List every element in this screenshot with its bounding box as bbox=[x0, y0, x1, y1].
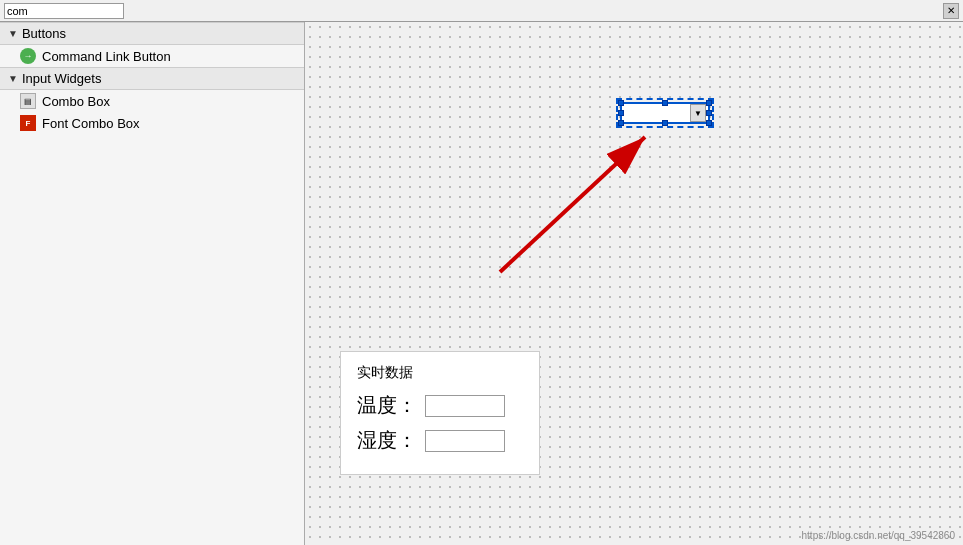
font-combo-box-icon: F bbox=[20, 115, 36, 131]
canvas-combobox-widget[interactable]: ▼ bbox=[620, 102, 710, 124]
buttons-category-label: Buttons bbox=[22, 26, 66, 41]
command-link-icon bbox=[20, 48, 36, 64]
humidity-row: 湿度： bbox=[357, 427, 523, 454]
temperature-label: 温度： bbox=[357, 392, 417, 419]
canvas-area: ▼ 实时数据 温度： 湿度： https://blo bbox=[305, 22, 963, 545]
humidity-label: 湿度： bbox=[357, 427, 417, 454]
humidity-input[interactable] bbox=[425, 430, 505, 452]
canvas-combobox-dropdown-arrow[interactable]: ▼ bbox=[690, 104, 706, 122]
font-combo-box-label: Font Combo Box bbox=[42, 116, 140, 131]
data-panel: 实时数据 温度： 湿度： bbox=[340, 351, 540, 475]
command-link-label: Command Link Button bbox=[42, 49, 171, 64]
handle-bottom-mid bbox=[662, 120, 668, 126]
svg-line-1 bbox=[500, 137, 645, 272]
close-button[interactable]: ✕ bbox=[943, 3, 959, 19]
list-item-command-link-button[interactable]: Command Link Button bbox=[0, 45, 304, 67]
handle-bottom-right bbox=[706, 120, 712, 126]
main-layout: ▼ Buttons Command Link Button ▼ Input Wi… bbox=[0, 22, 963, 545]
combo-box-label: Combo Box bbox=[42, 94, 110, 109]
handle-top-left bbox=[618, 100, 624, 106]
handle-top-mid bbox=[662, 100, 668, 106]
left-panel: ▼ Buttons Command Link Button ▼ Input Wi… bbox=[0, 22, 305, 545]
handle-bottom-left bbox=[618, 120, 624, 126]
buttons-collapse-arrow: ▼ bbox=[8, 28, 18, 39]
combo-box-icon: ▤ bbox=[20, 93, 36, 109]
temperature-input[interactable] bbox=[425, 395, 505, 417]
top-bar: ✕ bbox=[0, 0, 963, 22]
handle-mid-right bbox=[706, 110, 712, 116]
search-input[interactable] bbox=[4, 3, 124, 19]
watermark: https://blog.csdn.net/qq_39542860 bbox=[802, 530, 955, 541]
input-widgets-category-header[interactable]: ▼ Input Widgets bbox=[0, 67, 304, 90]
temperature-row: 温度： bbox=[357, 392, 523, 419]
handle-mid-left bbox=[618, 110, 624, 116]
list-item-combo-box[interactable]: ▤ Combo Box bbox=[0, 90, 304, 112]
list-item-font-combo-box[interactable]: F Font Combo Box bbox=[0, 112, 304, 134]
input-widgets-category-label: Input Widgets bbox=[22, 71, 102, 86]
input-widgets-collapse-arrow: ▼ bbox=[8, 73, 18, 84]
buttons-category-header[interactable]: ▼ Buttons bbox=[0, 22, 304, 45]
handle-top-right bbox=[706, 100, 712, 106]
data-panel-title: 实时数据 bbox=[357, 364, 523, 382]
